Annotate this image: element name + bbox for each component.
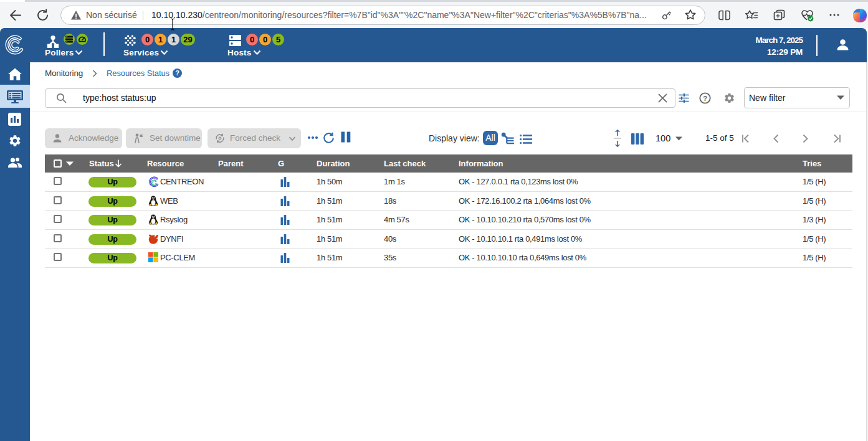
svg-text:?: ? xyxy=(703,95,707,102)
